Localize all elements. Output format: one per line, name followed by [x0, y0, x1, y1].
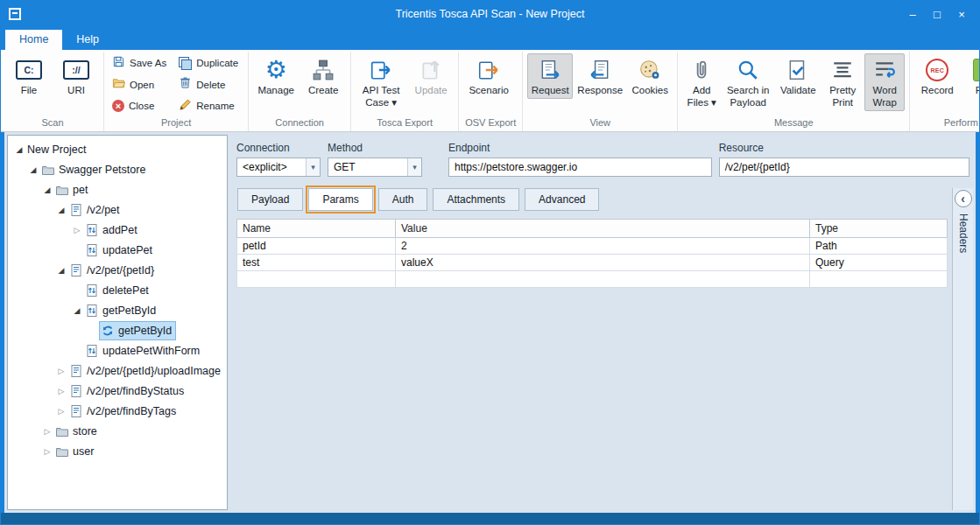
param-row-empty [237, 271, 948, 288]
tree-item-updatepetwithform[interactable]: updatePetWithForm [8, 340, 227, 360]
tab-params[interactable]: Params [308, 188, 372, 211]
maximize-button[interactable]: □ [925, 1, 949, 27]
expand-arrow-icon[interactable] [55, 266, 67, 275]
close-project-button[interactable]: Close [109, 96, 172, 116]
pretty-print-button[interactable]: Pretty Print [822, 53, 863, 111]
expand-arrow-icon[interactable] [27, 165, 39, 174]
collapse-arrow-icon[interactable] [55, 387, 67, 396]
tree-item-updatepet[interactable]: updatePet [8, 240, 227, 260]
request-view-button[interactable]: Request [527, 53, 573, 99]
operation-icon [85, 284, 99, 298]
expand-arrow-icon[interactable] [13, 145, 25, 154]
word-wrap-button[interactable]: Word Wrap [864, 53, 905, 111]
duplicate-button[interactable]: Duplicate [175, 53, 243, 73]
tree-item-deletepet[interactable]: deletePet [8, 280, 227, 300]
api-test-case-button[interactable]: API Test Case ▾ [356, 53, 406, 111]
tree-item-findbytags[interactable]: /v2/pet/findByTags [8, 401, 227, 421]
response-view-button[interactable]: Response [575, 53, 625, 99]
expand-arrow-icon[interactable] [41, 186, 53, 194]
rename-button[interactable]: Rename [175, 96, 243, 116]
create-connection-button[interactable]: Create [300, 53, 346, 99]
collapse-arrow-icon[interactable] [41, 447, 53, 456]
scenario-button[interactable]: Scenario [463, 53, 514, 99]
file-button-label: File [21, 85, 38, 97]
expand-headers-button[interactable]: ‹ [955, 190, 972, 207]
tab-advanced[interactable]: Advanced [525, 188, 599, 211]
tree-item-new-project[interactable]: New Project [8, 139, 227, 159]
tree-item-findbystatus[interactable]: /v2/pet/findByStatus [8, 381, 227, 401]
dropdown-arrow-icon[interactable] [407, 158, 421, 176]
close-button[interactable]: × [949, 1, 974, 27]
expand-arrow-icon[interactable] [55, 206, 67, 214]
pencil-icon [179, 98, 192, 115]
tree-item-user[interactable]: user [8, 441, 227, 461]
dropdown-arrow-icon[interactable] [306, 158, 320, 176]
save-as-button[interactable]: Save As [109, 53, 172, 73]
tree-item-store[interactable]: store [8, 421, 227, 441]
tab-payload[interactable]: Payload [237, 188, 303, 211]
add-files-button[interactable]: Add Files ▾ [682, 53, 721, 111]
column-header-name: Name [237, 220, 396, 238]
expand-arrow-icon[interactable] [71, 306, 83, 315]
endpoint-input[interactable]: https://petstore.swagger.io [448, 158, 712, 177]
tree-item-getpetbyid-request[interactable]: getPetById [8, 320, 227, 340]
param-type-cell[interactable]: Query [810, 255, 948, 271]
manage-connection-button[interactable]: Manage [253, 53, 299, 99]
open-button[interactable]: Open [109, 75, 172, 94]
search-icon [737, 57, 759, 83]
tree-item-uploadimage[interactable]: /v2/pet/{petId}/uploadImage [8, 360, 227, 381]
collapse-arrow-icon[interactable] [55, 367, 67, 375]
ribbon-group-project: Save As Open Close Duplicate Delete [104, 52, 249, 131]
tab-help[interactable]: Help [62, 30, 113, 50]
run-button[interactable]: Run [962, 53, 979, 99]
tree-item-pet[interactable]: pet [8, 179, 227, 200]
folder-icon [41, 163, 55, 177]
param-type-cell[interactable]: Path [810, 238, 948, 255]
headers-panel-label[interactable]: Headers [957, 214, 969, 253]
cookie-icon [638, 57, 661, 83]
param-name-cell[interactable]: test [237, 255, 396, 271]
file-button[interactable]: C: File [6, 53, 52, 99]
param-value-cell[interactable] [396, 271, 810, 288]
uri-button[interactable]: :// URI [53, 53, 99, 99]
duplicate-icon [179, 57, 192, 70]
tree-item-v2-pet[interactable]: /v2/pet [8, 200, 227, 220]
delete-button[interactable]: Delete [175, 75, 243, 94]
main-content: Connection <explicit> Method GET Endpoin… [231, 135, 973, 510]
collapse-arrow-icon[interactable] [71, 226, 83, 234]
tree-item-addpet[interactable]: addPet [8, 220, 227, 240]
tree-item-v2-pet-petid[interactable]: /v2/pet/{petId} [8, 260, 227, 280]
tree-item-swagger-petstore[interactable]: Swagger Petstore [8, 159, 227, 179]
ribbon-group-osv-export: Scenario OSV Export [459, 52, 523, 131]
project-tree: New Project Swagger Petstore pet /v2/pet… [7, 135, 228, 510]
ribbon-group-label-osv-export: OSV Export [463, 116, 518, 130]
tab-home[interactable]: Home [5, 30, 62, 50]
menubar: Home Help [1, 27, 979, 50]
param-value-cell[interactable]: 2 [396, 238, 810, 255]
scenario-export-icon [477, 57, 500, 83]
collapse-arrow-icon[interactable] [41, 427, 53, 436]
record-button[interactable]: REC Record [914, 53, 960, 99]
param-type-cell[interactable] [810, 271, 948, 288]
uri-button-label: URI [67, 85, 85, 97]
param-value-cell[interactable]: valueX [396, 255, 810, 271]
param-name-cell[interactable] [237, 271, 396, 288]
ribbon-group-view: Request Response Cookies View [523, 52, 678, 131]
resource-input[interactable]: /v2/pet/{petId} [719, 158, 969, 177]
tab-auth[interactable]: Auth [378, 188, 428, 211]
param-name-cell[interactable]: petId [237, 238, 396, 255]
collapse-arrow-icon[interactable] [55, 407, 67, 416]
ribbon-group-message: Add Files ▾ Search in Payload Validate P… [678, 52, 910, 131]
cookies-view-button[interactable]: Cookies [627, 53, 673, 99]
tree-item-getpetbyid[interactable]: getPetById [8, 300, 227, 320]
folder-icon [55, 424, 69, 438]
update-button[interactable]: Update [408, 53, 454, 99]
minimize-button[interactable]: – [900, 1, 925, 27]
request-panel: Payload Params Auth Attachments Advanced… [236, 188, 948, 510]
method-select[interactable]: GET [328, 158, 422, 177]
search-in-payload-button[interactable]: Search in Payload [723, 53, 773, 111]
connection-select[interactable]: <explicit> [236, 158, 321, 177]
tab-attachments[interactable]: Attachments [433, 188, 519, 211]
headers-collapsed-panel: ‹ Headers [952, 188, 973, 510]
validate-button[interactable]: Validate [775, 53, 821, 99]
